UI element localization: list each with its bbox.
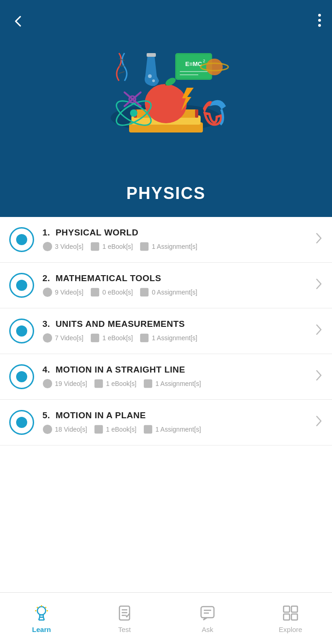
chapter-radio-4 — [9, 364, 34, 389]
svg-rect-87 — [40, 615, 43, 617]
test-icon — [115, 603, 134, 623]
chapter-item-4[interactable]: 4. MOTION IN A STRAIGHT LINE 19 Video[s] — [0, 354, 332, 400]
nav-item-learn[interactable]: Learn — [0, 603, 83, 633]
svg-text:E=MC: E=MC — [185, 60, 202, 67]
chapter-videos-2: 9 Video[s] — [42, 287, 83, 297]
chapter-item-1[interactable]: 1. PHYSICAL WORLD 3 Video[s] — [0, 217, 332, 263]
chapter-ebooks-2: 0 eBook[s] — [90, 287, 133, 297]
chapter-content-1: 1. PHYSICAL WORLD 3 Video[s] — [42, 228, 310, 252]
svg-point-24 — [130, 109, 137, 117]
svg-rect-98 — [284, 606, 290, 612]
chapter-content-3: 3. UNITS AND MEASUREMENTS 7 Video[s] — [42, 319, 310, 343]
chapter-meta-5: 18 Video[s] 1 eBook[s] — [42, 424, 310, 434]
chapter-item-3[interactable]: 3. UNITS AND MEASUREMENTS 7 Video[s] — [0, 308, 332, 354]
nav-label-learn: Learn — [32, 626, 51, 633]
ask-icon — [198, 603, 217, 623]
svg-point-81 — [37, 607, 46, 615]
svg-point-27 — [152, 79, 155, 82]
nav-item-test[interactable]: Test — [83, 603, 166, 633]
chapter-content-4: 4. MOTION IN A STRAIGHT LINE 19 Video[s] — [42, 365, 310, 389]
chapter-arrow-3 — [314, 323, 323, 339]
svg-point-26 — [148, 74, 152, 78]
svg-rect-95 — [201, 607, 214, 618]
nav-label-ask: Ask — [202, 626, 213, 633]
chapter-title-4: 4. MOTION IN A STRAIGHT LINE — [42, 365, 310, 375]
chapter-radio-5 — [9, 410, 34, 435]
chapter-content-2: 2. MATHEMATICAL TOOLS 9 Video[s] — [42, 273, 310, 297]
nav-item-ask[interactable]: Ask — [166, 603, 249, 633]
page-title: PHYSICS — [126, 184, 206, 203]
learn-icon — [32, 603, 51, 623]
chapter-ebooks-1: 1 eBook[s] — [90, 241, 133, 252]
chapter-radio-3 — [9, 319, 34, 343]
menu-button[interactable] — [318, 14, 321, 27]
svg-rect-99 — [291, 606, 297, 612]
chapter-title-2: 2. MATHEMATICAL TOOLS — [42, 273, 310, 283]
nav-label-explore: Explore — [279, 626, 302, 633]
nav-item-explore[interactable]: Explore — [249, 603, 332, 633]
chapter-assignments-1: 1 Assignment[s] — [139, 241, 197, 252]
svg-text:2: 2 — [203, 59, 205, 63]
svg-line-35 — [119, 72, 125, 73]
chapter-item-5[interactable]: 5. MOTION IN A PLANE 18 Video[s] — [0, 400, 332, 445]
chapter-content-5: 5. MOTION IN A PLANE 18 Video[s] — [42, 410, 310, 434]
svg-rect-100 — [284, 614, 290, 620]
chapter-assignments-2: 0 Assignment[s] — [139, 287, 197, 297]
svg-line-84 — [37, 607, 38, 608]
chapter-ebooks-4: 1 eBook[s] — [94, 379, 136, 389]
chapters-list: 1. PHYSICAL WORLD 3 Video[s] — [0, 217, 332, 445]
chapter-videos-3: 7 Video[s] — [42, 333, 83, 343]
bottom-navigation: Learn Test Ask — [0, 592, 332, 644]
hero-section: E=MC 2 — [0, 0, 332, 217]
chapter-assignments-4: 1 Assignment[s] — [143, 379, 201, 389]
chapter-meta-1: 3 Video[s] 1 eBook[s] — [42, 241, 310, 252]
nav-label-test: Test — [118, 626, 131, 633]
chapter-ebooks-3: 1 eBook[s] — [90, 333, 133, 343]
chapter-radio-1 — [9, 227, 34, 252]
chapter-videos-1: 3 Video[s] — [42, 241, 83, 252]
explore-icon — [281, 603, 300, 623]
svg-point-31 — [206, 59, 223, 75]
svg-rect-5 — [195, 109, 198, 118]
chapter-videos-5: 18 Video[s] — [42, 424, 87, 434]
chapter-title-5: 5. MOTION IN A PLANE — [42, 410, 310, 421]
chapter-radio-2 — [9, 273, 34, 298]
chapter-title-1: 1. PHYSICAL WORLD — [42, 228, 310, 238]
svg-line-83 — [45, 607, 46, 608]
chapter-meta-2: 9 Video[s] 0 eBook[s] — [42, 287, 310, 297]
chapter-meta-4: 19 Video[s] 1 eBook[s] — [42, 379, 310, 389]
chapter-ebooks-5: 1 eBook[s] — [94, 424, 136, 434]
chapter-arrow-5 — [314, 415, 323, 430]
svg-rect-101 — [291, 614, 297, 620]
chapter-assignments-3: 1 Assignment[s] — [139, 333, 197, 343]
chapter-assignments-5: 1 Assignment[s] — [143, 424, 201, 434]
chapter-videos-4: 19 Video[s] — [42, 379, 87, 389]
svg-rect-25 — [147, 53, 156, 57]
chapter-arrow-1 — [314, 232, 323, 247]
chapter-arrow-4 — [314, 369, 323, 385]
chapter-arrow-2 — [314, 277, 323, 293]
chapter-item-2[interactable]: 2. MATHEMATICAL TOOLS 9 Video[s] — [0, 263, 332, 308]
chapter-title-3: 3. UNITS AND MEASUREMENTS — [42, 319, 310, 329]
chapter-meta-3: 7 Video[s] 1 eBook[s] — [42, 333, 310, 343]
hero-illustration: E=MC 2 — [97, 25, 235, 164]
back-button[interactable] — [11, 14, 26, 32]
